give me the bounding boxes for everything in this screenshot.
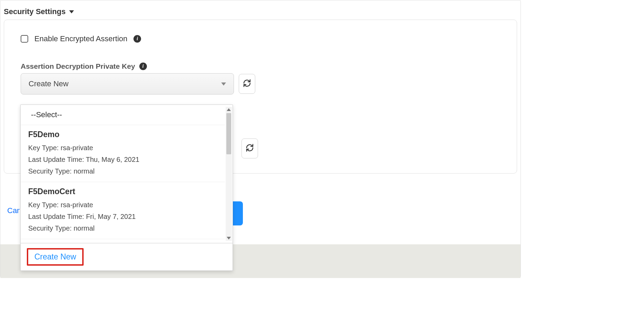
chevron-down-icon: [221, 82, 226, 86]
refresh-button[interactable]: [239, 74, 255, 94]
security-settings-header[interactable]: Security Settings: [0, 0, 520, 20]
scroll-down-icon[interactable]: [227, 237, 231, 240]
security-settings-container: Security Settings Enable Encrypted Asser…: [0, 0, 521, 278]
scroll-up-icon[interactable]: [227, 108, 231, 111]
dropdown-option[interactable]: F5DemoCert Key Type: rsa-private Last Up…: [21, 182, 225, 239]
decryption-key-label-row: Assertion Decryption Private Key: [21, 62, 500, 70]
cancel-link[interactable]: Cancel: [7, 206, 20, 215]
option-name: F5DemoCert: [28, 187, 217, 196]
refresh-button-2[interactable]: [242, 138, 258, 158]
decryption-key-row: Create New: [21, 73, 500, 95]
enable-encrypted-label: Enable Encrypted Assertion: [34, 34, 127, 43]
decryption-key-select[interactable]: Create New: [21, 73, 234, 95]
dropdown-scroll-area: --Select-- F5Demo Key Type: rsa-private …: [21, 105, 233, 243]
info-icon[interactable]: [139, 63, 147, 70]
info-icon[interactable]: [133, 35, 141, 43]
enable-encrypted-checkbox[interactable]: [21, 35, 28, 43]
refresh-icon: [246, 144, 254, 153]
option-meta: Key Type: rsa-private Last Update Time: …: [28, 142, 217, 177]
option-name: F5Demo: [28, 130, 217, 139]
scroll-thumb[interactable]: [226, 113, 231, 154]
scrollbar[interactable]: [226, 107, 232, 241]
enable-encrypted-row: Enable Encrypted Assertion: [21, 34, 500, 43]
refresh-icon: [243, 79, 251, 89]
create-new-option[interactable]: Create New: [27, 248, 84, 266]
decryption-key-label: Assertion Decryption Private Key: [21, 62, 135, 70]
dropdown-placeholder[interactable]: --Select--: [21, 105, 225, 125]
dropdown-option[interactable]: F5Demo Key Type: rsa-private Last Update…: [21, 125, 225, 182]
option-meta: Key Type: rsa-private Last Update Time: …: [28, 199, 217, 234]
dropdown-footer: Create New: [21, 243, 233, 270]
caret-down-icon: [69, 10, 74, 13]
select-value: Create New: [29, 79, 68, 88]
decryption-key-dropdown: --Select-- F5Demo Key Type: rsa-private …: [20, 104, 233, 271]
section-title: Security Settings: [4, 7, 66, 16]
dropdown-option-cutoff[interactable]: — — — — — —: [21, 239, 225, 243]
